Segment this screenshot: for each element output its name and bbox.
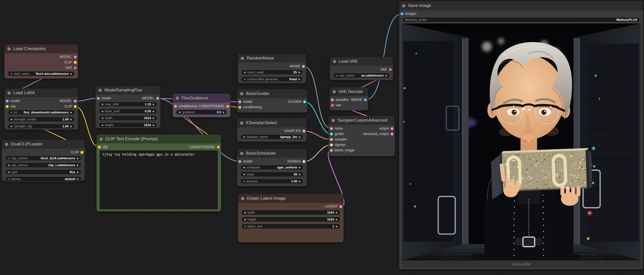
decrement-arrow-icon[interactable]: ◀	[243, 173, 245, 176]
widget-max-shift[interactable]: ◀max_shift1.15▶	[99, 102, 157, 107]
node-canvas[interactable]: Load CheckpointMODELCLIPVAE◀ckpt_nameflu…	[0, 0, 644, 275]
decrement-arrow-icon[interactable]: ◀	[244, 218, 246, 221]
decrement-arrow-icon[interactable]: ◀	[10, 118, 12, 121]
node-titlebar[interactable]: BasicGuider	[237, 89, 308, 98]
decrement-arrow-icon[interactable]: ◀	[101, 103, 103, 106]
widget-clip-name2[interactable]: ◀clip_name2clip_l.safetensors▶	[5, 162, 82, 168]
vae-input-slot[interactable]	[331, 104, 334, 107]
node-ksampler_select[interactable]: KSamplerSelectSAMPLER◀sampler_namedpmpp_…	[237, 118, 307, 142]
node-titlebar[interactable]: Empty Latent Image	[238, 194, 344, 203]
model-input-slot[interactable]	[6, 100, 9, 103]
widget-steps[interactable]: ◀steps50▶	[240, 172, 304, 177]
decrement-arrow-icon[interactable]: ◀	[8, 171, 10, 173]
GUIDER-output-slot[interactable]	[303, 100, 306, 103]
widget-clip-name1[interactable]: ◀clip_name1t5xxl_fp16.safetensors▶	[5, 156, 82, 161]
node-load_vae[interactable]: Load VAEVAE◀vae_nameae.safetensors▶	[330, 57, 393, 80]
increment-arrow-icon[interactable]: ▶	[70, 73, 72, 75]
NOISE-output-slot[interactable]	[302, 65, 305, 68]
increment-arrow-icon[interactable]: ▶	[385, 74, 387, 77]
widget-strength-clip[interactable]: ◀strength_clip1.00▶	[8, 124, 75, 129]
node-basic_guider[interactable]: BasicGuidermodelGUIDERconditioning	[237, 89, 308, 113]
noise-input-slot[interactable]	[330, 127, 333, 130]
increment-arrow-icon[interactable]: ▶	[77, 157, 79, 160]
widget-strength-model[interactable]: ◀strength_model1.00▶	[8, 117, 75, 122]
decrement-arrow-icon[interactable]: ◀	[8, 178, 10, 180]
node-titlebar[interactable]: DualCLIPLoader	[2, 140, 85, 149]
collapse-dot-icon[interactable]	[332, 119, 335, 122]
prompt-textarea[interactable]: tjtoy toy holding sparkgpu gpu in a data…	[100, 150, 218, 209]
decrement-arrow-icon[interactable]: ◀	[336, 74, 338, 77]
decrement-arrow-icon[interactable]: ◀	[101, 117, 103, 119]
decrement-arrow-icon[interactable]: ◀	[10, 111, 12, 114]
widget-device[interactable]: ◀devicedefault▶	[5, 176, 82, 182]
collapse-dot-icon[interactable]	[241, 197, 244, 200]
widget-denoise[interactable]: ◀denoise1.00▶	[240, 179, 304, 184]
decrement-arrow-icon[interactable]: ◀	[10, 125, 12, 128]
increment-arrow-icon[interactable]: ▶	[70, 118, 72, 121]
denoised_output-output-slot[interactable]	[390, 133, 394, 136]
node-titlebar[interactable]: VAE Decode	[330, 87, 368, 96]
node-titlebar[interactable]: ModelSamplingFlux	[96, 86, 160, 95]
widget-filename-prefix[interactable]: filename_prefixMarkuryFLUX	[402, 17, 640, 22]
increment-arrow-icon[interactable]: ▶	[299, 173, 301, 176]
increment-arrow-icon[interactable]: ▶	[77, 171, 79, 173]
increment-arrow-icon[interactable]: ▶	[70, 111, 72, 114]
MODEL-output-slot[interactable]	[156, 97, 159, 100]
widget-height[interactable]: ◀height1024▶	[99, 122, 157, 128]
node-titlebar[interactable]: KSamplerSelect	[237, 118, 307, 127]
collapse-dot-icon[interactable]	[333, 60, 336, 63]
collapse-dot-icon[interactable]	[240, 152, 243, 155]
model-input-slot[interactable]	[238, 160, 241, 163]
node-titlebar[interactable]: FluxGuidance	[173, 94, 230, 103]
widget-guidance[interactable]: ◀guidance3.5▶	[176, 110, 227, 115]
decrement-arrow-icon[interactable]: ◀	[101, 110, 103, 113]
node-dual_clip_loader[interactable]: DualCLIPLoaderCLIP◀clip_name1t5xxl_fp16.…	[2, 140, 85, 181]
increment-arrow-icon[interactable]: ▶	[153, 124, 155, 126]
CLIP-output-slot[interactable]	[74, 61, 77, 64]
collapse-dot-icon[interactable]	[8, 47, 11, 51]
increment-arrow-icon[interactable]: ▶	[77, 178, 79, 180]
node-load_lora[interactable]: Load LoRAmodelMODELclipCLIP◀lor ...flux_…	[4, 88, 78, 130]
increment-arrow-icon[interactable]: ▶	[336, 218, 338, 221]
decrement-arrow-icon[interactable]: ◀	[244, 71, 246, 74]
collapse-dot-icon[interactable]	[176, 97, 179, 100]
widget-ckpt-name[interactable]: ◀ckpt_nameflux1-dev.safetensors▶	[8, 71, 75, 76]
widget-base-shift[interactable]: ◀base_shift0.50▶	[99, 109, 157, 114]
MODEL-output-slot[interactable]	[74, 56, 77, 59]
node-flux_guidance[interactable]: FluxGuidanceconditioningCONDITIONING◀gui…	[173, 94, 230, 117]
increment-arrow-icon[interactable]: ▶	[153, 110, 155, 113]
widget-height[interactable]: ◀height1024▶	[241, 217, 340, 222]
guider-input-slot[interactable]	[330, 133, 333, 136]
LATENT-output-slot[interactable]	[339, 205, 342, 208]
CLIP-output-slot[interactable]	[80, 151, 84, 154]
CONDITIONING-output-slot[interactable]	[217, 146, 220, 149]
widget-width[interactable]: ◀width1024▶	[241, 210, 340, 215]
MODEL-output-slot[interactable]	[74, 100, 77, 103]
decrement-arrow-icon[interactable]: ◀	[101, 124, 103, 126]
node-titlebar[interactable]: RandomNoise	[238, 54, 306, 63]
widget-sampler-name[interactable]: ◀sampler_namedpmpp_2m▶	[240, 134, 304, 139]
decrement-arrow-icon[interactable]: ◀	[8, 157, 10, 160]
increment-arrow-icon[interactable]: ▶	[336, 211, 338, 214]
decrement-arrow-icon[interactable]: ◀	[10, 73, 12, 75]
increment-arrow-icon[interactable]: ▶	[299, 166, 301, 169]
images-input-slot[interactable]	[400, 13, 404, 15]
node-empty_latent_image[interactable]: Empty Latent ImageLATENT◀width1024▶◀heig…	[238, 194, 344, 242]
node-titlebar[interactable]: Save Image	[399, 1, 643, 10]
collapse-dot-icon[interactable]	[333, 90, 336, 93]
collapse-dot-icon[interactable]	[240, 92, 243, 95]
increment-arrow-icon[interactable]: ▶	[298, 71, 300, 74]
clip-input-slot[interactable]	[98, 146, 101, 149]
decrement-arrow-icon[interactable]: ◀	[244, 225, 246, 228]
conditioning-input-slot[interactable]	[238, 106, 241, 109]
increment-arrow-icon[interactable]: ▶	[299, 180, 301, 183]
node-random_noise[interactable]: RandomNoiseNOISE◀noise_seed25▶◀control a…	[238, 54, 306, 83]
collapse-dot-icon[interactable]	[8, 91, 11, 95]
node-titlebar[interactable]: Load LoRA	[4, 88, 78, 97]
widget-batch-size[interactable]: ◀batch_size1▶	[241, 224, 340, 229]
collapse-dot-icon[interactable]	[241, 57, 244, 60]
VAE-output-slot[interactable]	[74, 66, 77, 69]
collapse-dot-icon[interactable]	[402, 4, 406, 8]
widget-scheduler[interactable]: ◀schedulersgm_uniform▶	[240, 165, 304, 170]
conditioning-input-slot[interactable]	[174, 105, 177, 108]
